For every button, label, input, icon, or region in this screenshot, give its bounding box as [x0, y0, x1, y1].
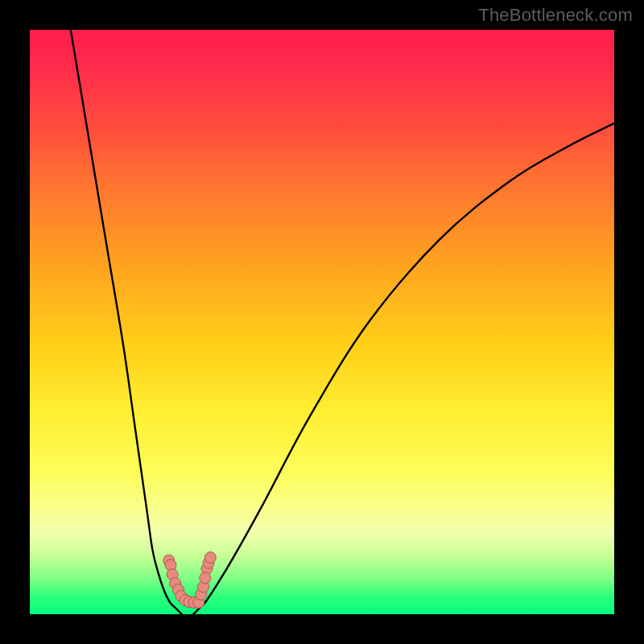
plot-area — [30, 30, 614, 614]
watermark-text: TheBottleneck.com — [478, 5, 633, 26]
curve-left-branch — [71, 30, 182, 614]
data-marker — [200, 572, 211, 584]
chart-frame: TheBottleneck.com — [0, 0, 644, 644]
lines-layer — [71, 30, 614, 614]
curve-right-branch — [193, 123, 614, 614]
chart-svg — [30, 30, 614, 614]
data-marker — [204, 552, 216, 564]
